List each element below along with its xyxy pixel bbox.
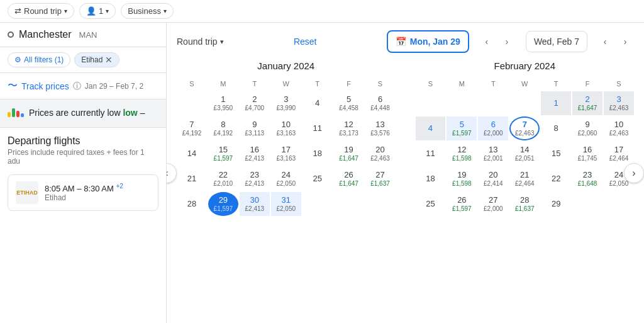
calendar-day[interactable]: 6£2,000 [478, 116, 508, 140]
search-bar: Manchester MAN [0, 23, 166, 47]
close-icon[interactable]: ✕ [105, 55, 113, 64]
calendar-prev-button[interactable]: ‹ [167, 163, 177, 183]
departing-next-button[interactable]: › [498, 33, 516, 50]
day-number: 15 [552, 149, 560, 159]
etihad-chip-label: Etihad [81, 55, 103, 64]
calendar-day[interactable]: 17£2,464 [604, 142, 634, 166]
calendar-day[interactable]: 3£2,463 [604, 91, 634, 115]
etihad-filter-chip[interactable]: Etihad ✕ [74, 52, 119, 67]
calendar-day[interactable]: 21 [177, 167, 207, 191]
calendar-day[interactable]: 20£2,463 [365, 142, 396, 166]
round-trip-button[interactable]: ⇄ Round trip ▾ [8, 3, 74, 19]
info-icon[interactable]: ⓘ [73, 81, 81, 92]
calendar-day[interactable]: 2£4,700 [240, 91, 270, 115]
day-price: £2,000 [484, 130, 503, 137]
class-button[interactable]: Business ▾ [121, 3, 174, 19]
day-number: 1 [554, 98, 558, 108]
calendar-day[interactable]: 1 [541, 91, 571, 115]
calendar-day[interactable]: 2£1,647 [572, 91, 602, 115]
calendar-day[interactable]: 21£2,464 [509, 167, 540, 191]
calendar-day[interactable]: 7£4,192 [177, 116, 207, 140]
all-filters-button[interactable]: ⚙ All filters (1) [8, 52, 70, 67]
all-filters-label: All filters (1) [24, 55, 64, 64]
calendar-day[interactable]: 16£2,413 [240, 142, 270, 166]
day-number: 20 [489, 170, 497, 180]
day-price: £3,173 [339, 130, 358, 137]
top-nav: ⇄ Round trip ▾ 👤 1 ▾ Business ▾ [0, 0, 644, 23]
calendar-day[interactable]: 7£2,463 [509, 116, 540, 140]
calendar-day[interactable]: 14£2,051 [509, 142, 540, 166]
day-number: 13 [375, 120, 384, 130]
calendar-day[interactable]: 20£2,414 [478, 167, 508, 191]
calendar-day[interactable]: 11 [303, 116, 333, 140]
calendar-day[interactable]: 23£2,413 [240, 167, 270, 191]
calendar-day[interactable]: 28 [177, 192, 207, 216]
day-number: 3 [616, 94, 621, 105]
calendar-day[interactable]: 9£2,060 [572, 116, 602, 140]
day-price: £1,598 [452, 180, 472, 188]
calendar-day[interactable]: 3£3,990 [271, 91, 301, 115]
calendar-day[interactable]: 24£2,050 [271, 167, 301, 191]
calendar-day[interactable]: 30£2,413 [240, 192, 270, 216]
calendar-day[interactable]: 17£3,163 [271, 142, 301, 166]
calendar-day[interactable]: 22£2,010 [208, 167, 238, 191]
calendar-day[interactable]: 29 [541, 192, 571, 216]
calendar-day[interactable]: 10£2,463 [604, 116, 634, 140]
departing-date-button[interactable]: 📅 Mon, Jan 29 [387, 30, 469, 53]
passengers-button[interactable]: 👤 1 ▾ [79, 3, 116, 19]
day-number: 18 [426, 174, 435, 184]
returning-next-button[interactable]: › [616, 33, 634, 50]
calendar-day[interactable]: 25 [303, 167, 333, 191]
day-number: 23 [583, 170, 592, 180]
day-number: 10 [614, 120, 623, 130]
day-number: 17 [282, 145, 291, 155]
calendar-day[interactable]: 31£2,050 [271, 192, 301, 216]
calendar-day[interactable]: 15£1,597 [208, 142, 238, 166]
calendar-day[interactable]: 5£1,597 [447, 116, 477, 140]
calendar-day[interactable]: 11 [416, 142, 446, 166]
calendar-day[interactable]: 16£1,745 [572, 142, 602, 166]
calendar-day[interactable]: 18 [303, 142, 333, 166]
calendar-day[interactable]: 1£3,950 [208, 91, 238, 115]
calendar-day[interactable]: 29£1,597 [208, 192, 238, 216]
calendar-day[interactable]: 15 [541, 142, 571, 166]
flight-card[interactable]: ETIHAD 8:05 AM – 8:30 AM +2 Etihad [8, 174, 158, 211]
calendar-day[interactable]: 19£1,598 [447, 167, 477, 191]
day-number: 14 [520, 145, 529, 155]
calendar-day[interactable]: 27£2,000 [478, 192, 508, 216]
day-number: 2 [252, 94, 257, 105]
calendar-next-button[interactable]: › [624, 163, 644, 183]
returning-prev-button[interactable]: ‹ [596, 33, 614, 50]
calendar-day[interactable]: 13£2,001 [478, 142, 508, 166]
calendar-day[interactable]: 4 [303, 91, 333, 115]
calendar-day[interactable]: 8£4,192 [208, 116, 238, 140]
calendar-day[interactable]: 8 [541, 116, 571, 140]
calendar-day[interactable]: 23£1,648 [572, 167, 602, 191]
trip-type-selector[interactable]: Round trip ▾ [177, 37, 224, 47]
calendar-day[interactable]: 14 [177, 142, 207, 166]
calendar-day[interactable]: 9£3,113 [240, 116, 270, 140]
calendar-day[interactable]: 12£3,173 [334, 116, 364, 140]
departing-prev-button[interactable]: ‹ [478, 33, 496, 50]
calendar-day[interactable]: 10£3,163 [271, 116, 301, 140]
calendar-day[interactable]: 6£4,448 [365, 91, 396, 115]
calendar-day[interactable]: 19£1,647 [334, 142, 364, 166]
calendar-day[interactable]: 26£1,647 [334, 167, 364, 191]
day-number: 12 [344, 120, 353, 130]
calendar-day[interactable]: 26£1,597 [447, 192, 477, 216]
calendar-day[interactable]: 28£1,637 [509, 192, 540, 216]
search-dot-icon [8, 31, 14, 38]
day-of-week-header: S [177, 77, 207, 90]
day-number: 19 [457, 170, 466, 180]
track-label[interactable]: Track prices [21, 81, 69, 91]
calendar-day[interactable]: 4 [416, 116, 446, 140]
calendar-day[interactable]: 27£1,637 [365, 167, 396, 191]
calendar-day[interactable]: 18 [416, 167, 446, 191]
calendar-day[interactable]: 22 [541, 167, 571, 191]
calendar-day[interactable]: 13£3,576 [365, 116, 396, 140]
calendar-day[interactable]: 5£4,458 [334, 91, 364, 115]
calendar-day[interactable]: 25 [416, 192, 446, 216]
calendar-day[interactable]: 12£1,598 [447, 142, 477, 166]
returning-date-button[interactable]: Wed, Feb 7 [526, 31, 587, 52]
reset-button[interactable]: Reset [294, 37, 317, 47]
